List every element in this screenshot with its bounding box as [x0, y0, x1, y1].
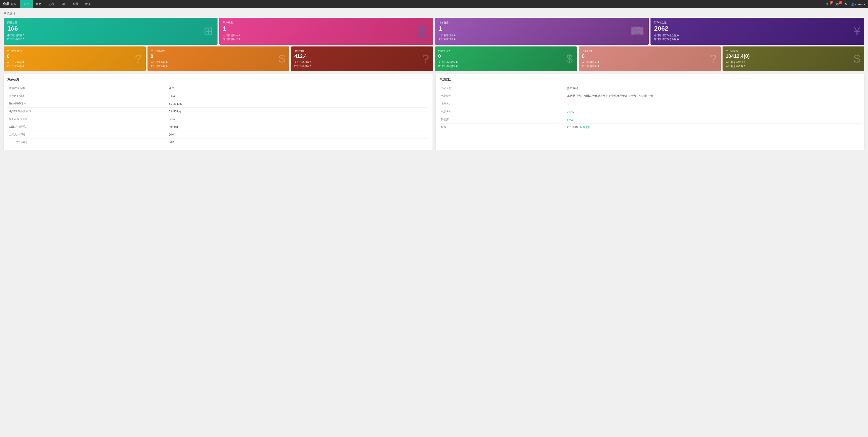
stat-card-value: 1	[223, 25, 430, 32]
admin-button[interactable]: 👤 admin ▾	[851, 2, 865, 6]
info-value: Linux	[167, 115, 429, 123]
table-row: 演示点击✓	[439, 100, 861, 108]
stat-card-下单返佣: 下单返佣 0 今日新增佣金 0 昨日新增佣金 0 ?	[579, 47, 721, 71]
layers-icon: ⊞	[204, 24, 213, 38]
info-label: 产品名称	[439, 85, 566, 92]
stat-card-sub: 今日利息宝转出 0 今日利息宝收益 0	[726, 60, 862, 68]
table-row: 运行PHP版本 5.6.40	[7, 92, 429, 100]
stat-card-value: 412.4	[294, 54, 430, 59]
info-label: 产品说明	[439, 92, 566, 100]
top-nav: 会员 会员 首页角色交易帮助配置代理 充值 0 提现 0 ↻ 👤 admin ▾	[0, 0, 868, 8]
stat-card-sub: 今日新增订单总金额 0 昨日新增订单总金额 0	[654, 33, 861, 41]
table-row: 产品大小25.5M	[439, 108, 861, 116]
stat-card-sub: 今日新增订单 0 昨日新增订单 0	[439, 33, 645, 41]
stat-card-抢单佣金: 抢单佣金 412.4 今日新增佣金 0 昨日新增佣金 0 ?	[291, 47, 433, 71]
info-label: 服务器操作系统	[7, 115, 167, 123]
info-label: WEB运行环境	[7, 123, 167, 131]
info-label: 产品大小	[439, 108, 566, 116]
stats-row-2: 用户充值金额 0 今日充值金额 0 昨日充值金额 0 ? 用户提现金额 0 今日…	[4, 47, 864, 71]
stat-card-商品总量: 商品总量 166 今日新增商品 0 昨日新增商品 0 ⊞	[4, 18, 218, 45]
stat-card-value: 0	[438, 54, 574, 59]
info-label: 版本	[439, 123, 566, 131]
info-value: 会员	[167, 85, 429, 92]
stat-card-sub: 今日新增用户 0 昨日新增用户 0	[223, 33, 430, 41]
table-row: 上传大小限制 50M	[7, 131, 429, 139]
stat-card-用户提现金额: 用户提现金额 0 今日提现金额 0 昨日提现金额 0 $	[148, 47, 289, 71]
stat-card-订单总量: 订单总量 1 今日新增订单 0 昨日新增订单 0 📖	[435, 18, 649, 45]
info-value: 50M	[167, 131, 429, 139]
info-label: MySQL数据库版本	[7, 108, 167, 115]
nav-brand-sub: 会员	[10, 2, 16, 6]
main-content: 商城统计 商品总量 166 今日新增商品 0 昨日新增商品 0 ⊞ 用户总量 1…	[0, 8, 868, 153]
table-row: MySQL数据库版本 5.6.50-log	[7, 108, 429, 115]
table-row: 版本20100106 检查更新	[439, 123, 861, 131]
table-row: ThinkPHP版本 5.1.38 LTS	[7, 100, 429, 108]
stat-card-title: 用户总余额	[726, 49, 862, 53]
stat-card-value: 2062	[654, 25, 861, 32]
product-link[interactable]: 25.5M	[567, 110, 575, 114]
dollar-icon: $	[566, 52, 573, 65]
recharge-button[interactable]: 充值 0	[826, 2, 832, 6]
stat-card-title: 用户提现金额	[151, 49, 286, 53]
info-value: 25.5M	[566, 108, 861, 116]
nav-item-首页[interactable]: 首页	[21, 0, 33, 8]
stat-card-title: 订单总金额	[654, 21, 861, 24]
stat-card-title: 利息宝转入	[438, 49, 574, 53]
question-icon: ?	[135, 52, 142, 65]
nav-item-帮助[interactable]: 帮助	[57, 0, 69, 8]
admin-label: admin	[855, 2, 863, 6]
system-info-title: 系统信息	[7, 78, 429, 82]
nav-item-交易[interactable]: 交易	[45, 0, 57, 8]
info-value: fpm-fcgi	[167, 123, 429, 131]
stat-card-sub: 今日新增佣金 0 昨日新增佣金 0	[582, 60, 718, 68]
stat-card-title: 订单总量	[439, 21, 645, 24]
stat-card-title: 用户充值金额	[7, 49, 143, 53]
stat-card-value: 0	[151, 54, 286, 59]
stat-card-sub: 今日新增佣金 0 昨日新增佣金 0	[294, 60, 430, 68]
info-label: 数据库	[439, 116, 566, 123]
product-info-table: 产品名称抢单源码产品说明本产品只为学习测试交流,请勿售假商业或者用于违法行为-一…	[439, 85, 861, 131]
system-info-table: 当前程序版本 会员 运行PHP版本 5.6.40 ThinkPHP版本 5.1.…	[7, 85, 429, 146]
stat-card-用户总余额: 用户总余额 10412.4(0) 今日利息宝转出 0 今日利息宝收益 0 $	[722, 47, 865, 71]
product-info-title: 产品团队	[439, 78, 861, 82]
stat-card-sub: 今日新增商品 0 昨日新增商品 0	[7, 33, 214, 41]
stat-card-title: 商品总量	[7, 21, 214, 24]
nav-right: 充值 0 提现 0 ↻ 👤 admin ▾	[826, 2, 865, 6]
table-row: 数据库mysql	[439, 116, 861, 123]
nav-items: 首页角色交易帮助配置代理	[21, 0, 826, 8]
info-value: 5.6.50-log	[167, 108, 429, 115]
demo-link[interactable]: ✓	[567, 102, 570, 106]
info-label: 运行PHP版本	[7, 92, 167, 100]
info-value: 50M	[167, 139, 429, 146]
check-update-link[interactable]: 检查更新	[580, 125, 591, 129]
withdraw-button[interactable]: 提现 0	[835, 2, 841, 6]
nav-brand: 会员	[3, 2, 9, 6]
info-value: ✓	[566, 100, 861, 108]
stat-card-sub: 今日充值金额 0 昨日充值金额 0	[7, 60, 143, 68]
stat-card-value: 1	[439, 25, 645, 32]
stat-card-value: 0	[582, 54, 718, 59]
stat-card-value: 166	[7, 25, 214, 32]
nav-item-代理[interactable]: 代理	[82, 0, 94, 8]
info-label: ThinkPHP版本	[7, 100, 167, 108]
product-info-panel: 产品团队 产品名称抢单源码产品说明本产品只为学习测试交流,请勿售假商业或者用于违…	[436, 74, 865, 150]
info-label: POST大小限制	[7, 139, 167, 146]
bottom-panels: 系统信息 当前程序版本 会员 运行PHP版本 5.6.40 ThinkPHP版本…	[4, 74, 864, 150]
recharge-badge: 0	[830, 1, 833, 4]
stat-card-value: 0	[7, 54, 143, 59]
dollar-icon: $	[854, 52, 860, 65]
question2-icon: ?	[423, 52, 429, 65]
question-icon: ?	[710, 52, 717, 65]
table-row: POST大小限制 50M	[7, 139, 429, 146]
nav-item-配置[interactable]: 配置	[69, 0, 82, 8]
withdraw-badge: 0	[839, 1, 842, 4]
product-link[interactable]: mysql	[567, 118, 574, 121]
refresh-button[interactable]: ↻	[845, 2, 847, 6]
nav-item-角色[interactable]: 角色	[33, 0, 45, 8]
table-row: 服务器操作系统 Linux	[7, 115, 429, 123]
stat-card-订单总金额: 订单总金额 2062 今日新增订单总金额 0 昨日新增订单总金额 0 ¥	[650, 18, 864, 45]
dollar-icon: $	[279, 52, 285, 65]
info-value: 本产品只为学习测试交流,请勿售假商业或者用于违法行为-一切后果自负	[566, 92, 861, 100]
yen-icon: ¥	[854, 24, 860, 38]
table-row: 产品名称抢单源码	[439, 85, 861, 92]
